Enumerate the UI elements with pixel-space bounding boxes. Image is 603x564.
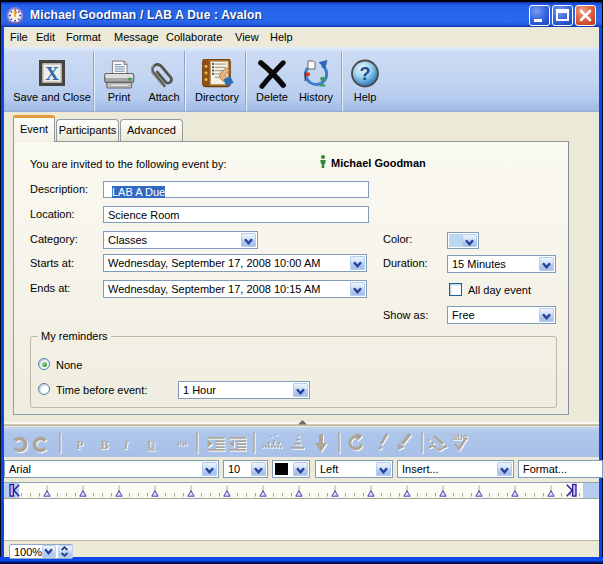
svg-text:P: P xyxy=(76,438,83,452)
svg-text:U: U xyxy=(147,438,156,452)
svg-text:X: X xyxy=(45,63,59,84)
svg-text:B: B xyxy=(100,438,108,452)
svg-text:«»: «» xyxy=(177,436,188,448)
svg-text:?: ? xyxy=(360,64,371,84)
svg-text:I: I xyxy=(123,438,130,452)
